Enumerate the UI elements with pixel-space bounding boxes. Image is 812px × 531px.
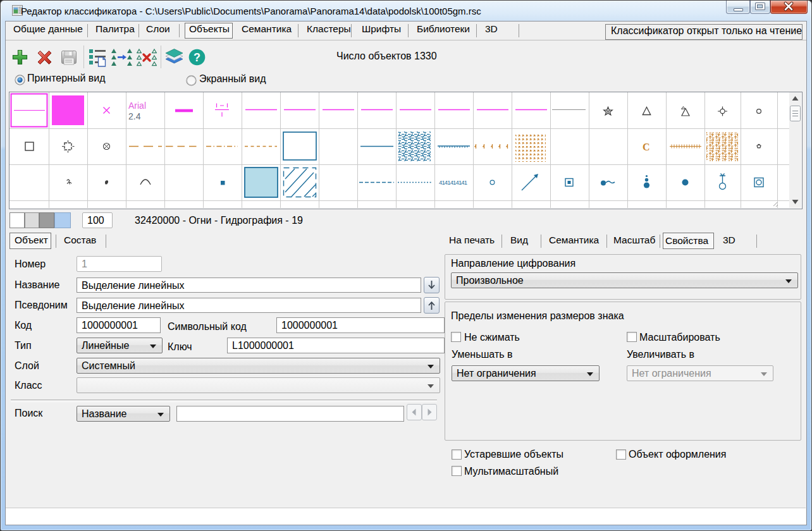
svg-text:4141414141: 4141414141 [439, 179, 467, 186]
svg-text:C: C [643, 142, 650, 152]
svg-text:Arial: Arial [128, 101, 146, 111]
svg-text:2.4: 2.4 [128, 111, 141, 121]
svg-text:?: ? [194, 51, 200, 64]
